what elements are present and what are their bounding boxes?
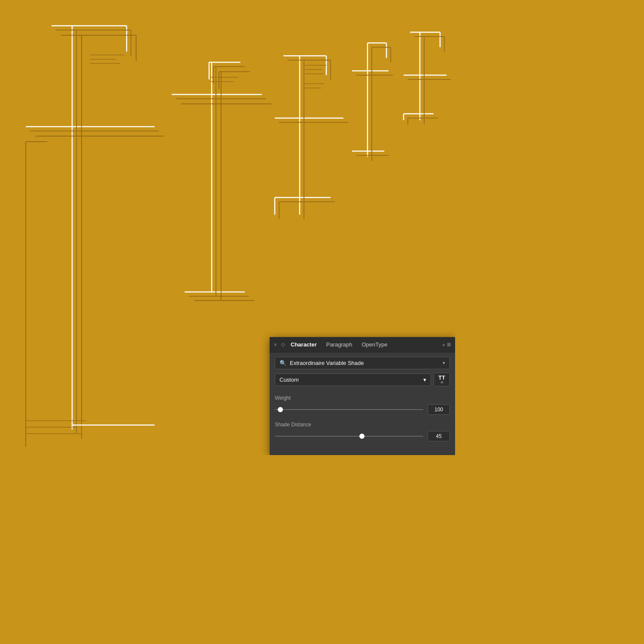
font-name-dropdown-arrow[interactable]: ▾ [443, 360, 445, 366]
weight-label: Weight [275, 395, 450, 401]
shade-distance-value[interactable]: 45 [428, 431, 450, 441]
shade-distance-slider-track[interactable] [275, 436, 423, 437]
weight-slider-row: 100 [275, 404, 450, 415]
panel-menu-icon[interactable]: ≡ [447, 341, 451, 349]
weight-value[interactable]: 100 [428, 404, 450, 415]
weight-slider-thumb[interactable] [278, 407, 283, 412]
character-tab-icon: ◇ [281, 342, 285, 347]
font-style-row: Custom ▾ TT ⊕ [275, 373, 450, 386]
collapse-button[interactable]: « [443, 342, 445, 347]
panel-header: × ◇ Character Paragraph OpenType « ≡ [270, 337, 455, 352]
weight-slider-track[interactable] [275, 409, 423, 410]
tab-character[interactable]: Character [286, 340, 321, 349]
close-button[interactable]: × [274, 342, 277, 348]
tab-opentype[interactable]: OpenType [357, 340, 392, 349]
search-icon: 🔍 [279, 360, 286, 366]
panel-tabs: ◇ Character Paragraph OpenType [281, 340, 441, 349]
variable-controls: Weight 100 Shade Distance 45 [275, 392, 450, 451]
font-style-select[interactable]: Custom ▾ [275, 374, 431, 386]
shade-distance-slider-thumb[interactable] [359, 434, 365, 439]
tt-icon-bottom: ⊕ [440, 381, 444, 384]
font-style-value: Custom [279, 377, 299, 383]
font-style-arrow: ▾ [423, 377, 426, 383]
tab-paragraph[interactable]: Paragraph [322, 340, 357, 349]
character-panel: × ◇ Character Paragraph OpenType « ≡ 🔍 E… [270, 337, 455, 455]
tt-icon-top: TT [438, 375, 445, 380]
shade-distance-slider-row: 45 [275, 431, 450, 441]
font-name-row[interactable]: 🔍 Extraordinaire Variable Shade ▾ [275, 357, 450, 369]
panel-body: 🔍 Extraordinaire Variable Shade ▾ Custom… [270, 352, 455, 455]
shade-distance-label: Shade Distance [275, 422, 450, 428]
variable-font-button[interactable]: TT ⊕ [434, 373, 450, 386]
font-name-display: Extraordinaire Variable Shade [290, 360, 439, 366]
